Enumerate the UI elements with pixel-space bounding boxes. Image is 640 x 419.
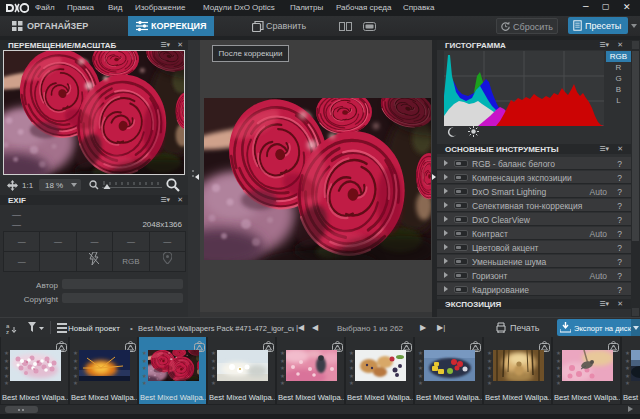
svg-text:z: z: [6, 329, 9, 334]
